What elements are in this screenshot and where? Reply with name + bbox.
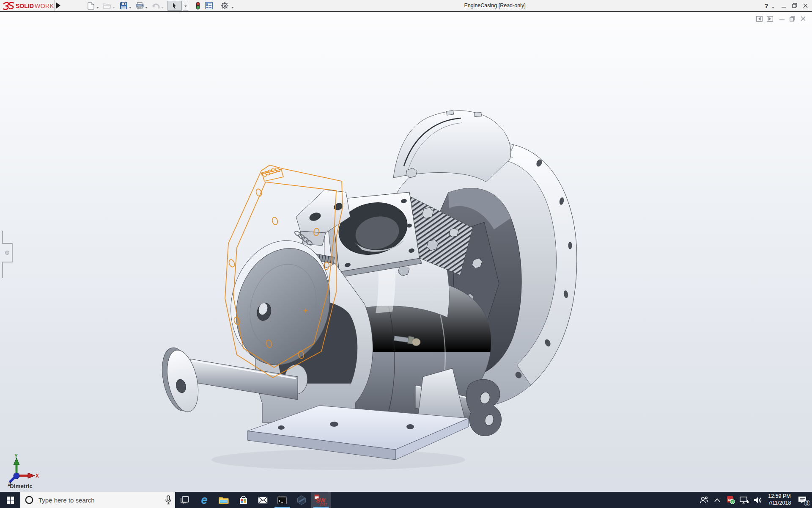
solidworks-logo: SOLID WORKS xyxy=(3,0,54,11)
view-orientation-label: *Dimetric xyxy=(8,483,33,489)
command-prompt-button[interactable] xyxy=(272,492,292,508)
file-explorer-button[interactable] xyxy=(214,492,233,508)
menu-expand-arrow[interactable] xyxy=(56,3,63,8)
svg-text:WORKS: WORKS xyxy=(35,3,54,9)
task-view-button[interactable] xyxy=(175,492,195,508)
people-button[interactable] xyxy=(698,492,710,508)
network-icon xyxy=(740,496,749,504)
search-input[interactable] xyxy=(38,496,165,504)
document-restore-icon[interactable] xyxy=(788,15,796,22)
solidworks-app-button[interactable]: SW 2017 xyxy=(311,492,331,508)
triad-x-label: X xyxy=(36,473,39,479)
svg-text:2017: 2017 xyxy=(320,502,327,506)
microphone-icon[interactable] xyxy=(165,495,172,505)
store-button[interactable] xyxy=(233,492,253,508)
solidworks-app-icon: SW 2017 xyxy=(314,494,328,506)
settings-dropdown[interactable] xyxy=(231,5,234,10)
engine-casing-3d-model[interactable] xyxy=(156,106,579,478)
cortana-search-icon xyxy=(25,495,34,505)
hexagon-app-icon xyxy=(297,495,306,505)
mail-icon xyxy=(258,497,268,504)
start-button[interactable] xyxy=(0,492,20,508)
cover-stud xyxy=(447,110,454,115)
taskbar-clock[interactable]: 12:59 PM 7/11/2018 xyxy=(765,493,793,506)
action-center-button[interactable]: 3 xyxy=(795,492,809,508)
svg-text:SOLID: SOLID xyxy=(16,3,34,9)
status-lights-icon[interactable] xyxy=(193,1,203,10)
ground-shadow xyxy=(211,450,465,470)
help-button[interactable]: ? xyxy=(763,2,770,9)
print-icon[interactable] xyxy=(135,1,144,10)
wireframe-spring xyxy=(261,167,281,177)
file-explorer-icon xyxy=(219,496,229,504)
select-cursor-button[interactable] xyxy=(167,1,182,11)
undo-icon[interactable] xyxy=(151,1,160,10)
system-tray: SW 12:59 PM 7/11/2018 xyxy=(698,492,812,508)
select-cursor-icon xyxy=(171,2,178,10)
solidworks-application-window: SOLID WORKS xyxy=(0,0,812,508)
clock-time: 12:59 PM xyxy=(765,493,793,500)
mail-button[interactable] xyxy=(253,492,272,508)
undo-dropdown[interactable] xyxy=(161,5,164,10)
tray-overflow-button[interactable] xyxy=(711,492,723,508)
volume-icon xyxy=(754,497,762,504)
triad-y-label: Y xyxy=(14,453,18,459)
solidworks-rx-tray-button[interactable]: SW xyxy=(725,492,737,508)
command-prompt-icon xyxy=(277,496,287,504)
left-rod-flange[interactable] xyxy=(157,345,203,414)
dock-pane-left-icon[interactable] xyxy=(755,15,763,22)
document-title: EngineCasing [Read-only] xyxy=(440,3,550,8)
document-close-icon[interactable] xyxy=(799,15,807,22)
windows-taskbar: e xyxy=(0,492,812,508)
store-icon xyxy=(239,496,248,505)
hexagon-app-button[interactable] xyxy=(292,492,311,508)
help-dropdown[interactable] xyxy=(772,5,774,10)
network-tray-button[interactable] xyxy=(738,492,750,508)
cover-stud xyxy=(475,112,482,116)
properties-panel-icon[interactable] xyxy=(204,1,214,10)
solidworks-3s-mark-icon: SOLID WORKS xyxy=(3,1,54,11)
divider xyxy=(54,0,55,11)
select-dropdown[interactable] xyxy=(183,1,188,11)
save-icon[interactable] xyxy=(119,1,128,10)
settings-gear-icon[interactable] xyxy=(220,1,229,10)
document-minimize-icon[interactable] xyxy=(778,15,786,22)
windows-logo-icon xyxy=(7,497,14,504)
close-button[interactable] xyxy=(801,2,809,9)
orientation-triad: Y X Z xyxy=(6,453,40,486)
people-icon xyxy=(700,496,708,504)
new-document-icon[interactable] xyxy=(86,1,96,10)
right-rod-flange[interactable] xyxy=(466,379,501,436)
dock-pane-right-icon[interactable] xyxy=(766,15,774,22)
print-dropdown[interactable] xyxy=(145,5,148,10)
save-dropdown[interactable] xyxy=(129,5,132,10)
volume-tray-button[interactable] xyxy=(752,492,764,508)
solidworks-rx-tray-icon: SW xyxy=(727,496,735,504)
minimize-button[interactable] xyxy=(779,2,788,9)
clock-date: 7/11/2018 xyxy=(765,500,793,507)
edge-browser-button[interactable]: e xyxy=(195,492,214,508)
feature-panel-collapsed-tab[interactable] xyxy=(0,231,15,278)
open-icon[interactable] xyxy=(102,1,112,10)
open-dropdown[interactable] xyxy=(112,5,115,10)
new-document-dropdown[interactable] xyxy=(96,5,99,10)
restore-button[interactable] xyxy=(790,2,799,9)
title-bar: SOLID WORKS xyxy=(0,0,812,11)
taskbar-search-box[interactable] xyxy=(20,492,175,508)
edge-icon: e xyxy=(201,494,207,506)
graphics-viewport[interactable]: Y X Z *Dimetric xyxy=(0,12,812,492)
chevron-up-icon xyxy=(714,498,720,502)
notification-count-badge: 3 xyxy=(804,500,810,506)
task-view-icon xyxy=(181,496,189,504)
